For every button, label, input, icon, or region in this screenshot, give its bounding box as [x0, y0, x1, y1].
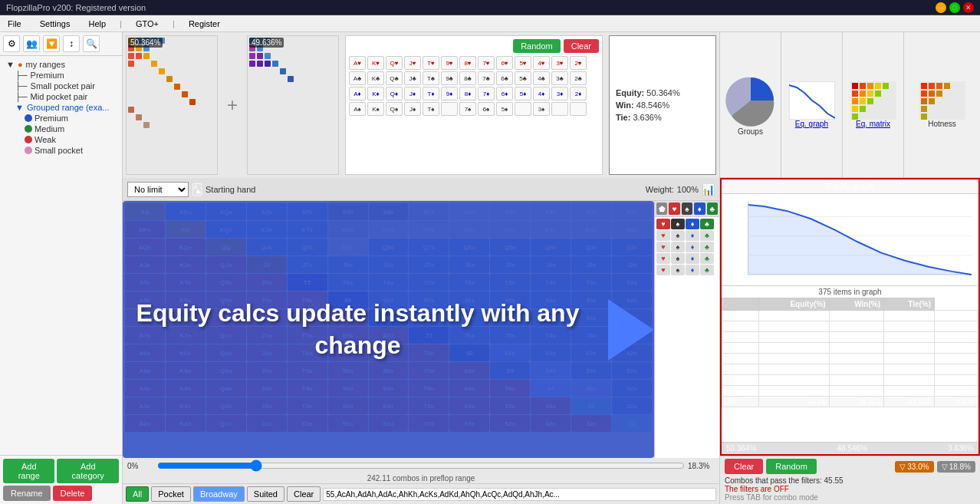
hand-suit-cell[interactable]: ♦ — [686, 253, 699, 264]
card-ad[interactable]: A♦ — [349, 87, 366, 100]
card-xs[interactable] — [570, 102, 587, 116]
card-4d[interactable]: 4♦ — [533, 87, 550, 100]
tree-item-grp-small[interactable]: Small pocket — [21, 145, 119, 156]
card-2s-empty[interactable] — [551, 102, 568, 116]
suit-all[interactable]: ⬟ — [656, 203, 667, 215]
hand-suit-cell[interactable]: ♠ — [671, 242, 685, 252]
sort-icon[interactable]: ↕ — [63, 35, 80, 52]
pocket-button[interactable]: Pocket — [151, 486, 191, 502]
range-display-1[interactable]: 50.364% — [126, 35, 218, 175]
hand-suit-cell[interactable]: ♥ — [656, 253, 670, 264]
card-5c[interactable]: 5♣ — [515, 71, 531, 85]
card-9s-empty[interactable] — [441, 102, 458, 116]
card-jc[interactable]: J♣ — [404, 71, 421, 85]
card-7s[interactable]: 7♠ — [459, 102, 476, 116]
menu-gto[interactable]: GTO+ — [131, 18, 163, 30]
search-icon[interactable]: 🔍 — [83, 35, 100, 52]
table-row[interactable]: 297.A♠ 6♠28.37123.9528.838 — [722, 397, 978, 407]
menu-file[interactable]: File — [3, 18, 26, 30]
tree-root[interactable]: ▼ ● my ranges — [3, 59, 119, 70]
add-category-button[interactable]: Add category — [57, 459, 119, 483]
hand-suit-cell[interactable]: ♣ — [700, 265, 714, 275]
card-jh[interactable]: J♥ — [404, 56, 421, 70]
card-tc[interactable]: T♣ — [423, 71, 439, 85]
card-8c[interactable]: 8♣ — [459, 71, 476, 85]
card-9c[interactable]: 9♣ — [441, 71, 458, 85]
close-button[interactable]: ✕ — [963, 2, 974, 13]
hand-suit-cell[interactable]: ♦ — [686, 219, 699, 229]
range-slider[interactable] — [157, 460, 685, 472]
card-8h[interactable]: 8♥ — [459, 56, 476, 70]
filter1-badge[interactable]: ▽ 33.0% — [895, 461, 933, 473]
card-5h[interactable]: 5♥ — [515, 56, 531, 70]
table-row[interactable]: 290.A♠ 7♦29.97925.9348.089 — [722, 321, 978, 332]
card-2d[interactable]: 2♦ — [570, 87, 587, 100]
eq-matrix-label[interactable]: Eq. matrix — [856, 120, 890, 128]
card-6h[interactable]: 6♥ — [496, 56, 513, 70]
card-4h[interactable]: 4♥ — [533, 56, 550, 70]
hand-suit-cell[interactable]: ♥ — [656, 230, 670, 241]
table-row[interactable]: 295.A♠ 6♠28.66823.9259.485 — [722, 375, 978, 386]
card-5d[interactable]: 5♦ — [515, 87, 531, 100]
card-4c[interactable]: 4♣ — [533, 71, 550, 85]
tree-item-grp-premium[interactable]: Premium — [21, 113, 119, 124]
card-ah[interactable]: A♥ — [349, 56, 366, 70]
eq-matrix-thumb[interactable]: Eq. matrix — [843, 32, 904, 177]
hand-suit-cell[interactable]: ♥ — [656, 242, 670, 252]
card-6d[interactable]: 6♦ — [496, 87, 513, 100]
card-9h[interactable]: 9♥ — [441, 56, 458, 70]
hand-suit-cell[interactable]: ♥ — [656, 219, 670, 229]
dead-random-button[interactable]: Random — [513, 39, 561, 53]
card-js[interactable]: J♠ — [404, 102, 421, 116]
card-6s[interactable]: 6♠ — [478, 102, 495, 116]
card-9d[interactable]: 9♦ — [441, 87, 458, 100]
card-qh[interactable]: Q♥ — [386, 56, 403, 70]
hand-suit-cell[interactable]: ♣ — [700, 253, 714, 264]
card-as[interactable]: A♠ — [349, 102, 366, 116]
card-qd[interactable]: Q♦ — [386, 87, 403, 100]
suit-diamond[interactable]: ♦ — [694, 203, 705, 215]
card-kc[interactable]: K♣ — [367, 71, 384, 85]
hand-suit-cell[interactable]: ♥ — [656, 265, 670, 275]
groups-thumb[interactable]: Groups — [720, 32, 781, 177]
table-row[interactable]: 291.A♠ 7♣29.84325.8128.062 — [722, 332, 978, 343]
suit-heart[interactable]: ♥ — [669, 203, 679, 215]
broadway-button[interactable]: Broadway — [193, 486, 245, 502]
table-row[interactable]: 293.A♠ 7♠29.84325.8128.062 — [722, 354, 978, 364]
maximize-button[interactable]: □ — [949, 2, 960, 13]
menu-settings[interactable]: Settings — [35, 18, 75, 30]
menu-help[interactable]: Help — [84, 18, 110, 30]
hand-suit-cell[interactable]: ♠ — [671, 265, 685, 275]
card-qc[interactable]: Q♣ — [386, 71, 403, 85]
delete-button[interactable]: Delete — [53, 486, 93, 501]
minimize-button[interactable]: ─ — [936, 2, 946, 13]
add-range-button[interactable]: Add range — [3, 459, 54, 483]
suit-spade[interactable]: ♠ — [682, 203, 692, 215]
card-qs[interactable]: Q♠ — [386, 102, 403, 116]
card-2h[interactable]: 2♥ — [570, 56, 587, 70]
table-row[interactable]: 292.A♠ 7♠29.84325.8128.062 — [722, 343, 978, 354]
all-button[interactable]: All — [126, 486, 149, 502]
table-row[interactable]: 289.A♠ 7♥29.97925.9348.089 — [722, 311, 978, 321]
card-7c[interactable]: 7♣ — [478, 71, 495, 85]
hand-suit-cell[interactable]: ♣ — [700, 219, 714, 229]
eq-graph-thumb[interactable]: Eq. graph — [781, 32, 843, 177]
hand-suit-cell[interactable]: ♣ — [700, 242, 714, 252]
card-ks[interactable]: K♠ — [367, 102, 384, 116]
card-3s[interactable]: 3♠ — [533, 102, 550, 116]
tree-item-premium[interactable]: ├─Premium — [12, 70, 119, 81]
card-th[interactable]: T♥ — [423, 56, 439, 70]
card-ts[interactable]: T♠ — [423, 102, 439, 116]
rename-button[interactable]: Rename — [3, 486, 51, 501]
filter2-badge[interactable]: ▽ 18.8% — [937, 461, 975, 473]
range-display-2[interactable]: 49.636% — [247, 35, 339, 175]
card-kd[interactable]: K♦ — [367, 87, 384, 100]
card-7h[interactable]: 7♥ — [478, 56, 495, 70]
mode-dropdown[interactable]: No limit Pot limit Fixed limit — [127, 182, 189, 197]
hand-suit-cell[interactable]: ♦ — [686, 230, 699, 241]
filter-icon[interactable]: 🔽 — [43, 35, 60, 52]
dead-clear-button[interactable]: Clear — [564, 39, 599, 53]
clear-range-button[interactable]: Clear — [287, 486, 321, 502]
card-3h[interactable]: 3♥ — [551, 56, 568, 70]
hand-suit-cell[interactable]: ♠ — [671, 219, 685, 229]
